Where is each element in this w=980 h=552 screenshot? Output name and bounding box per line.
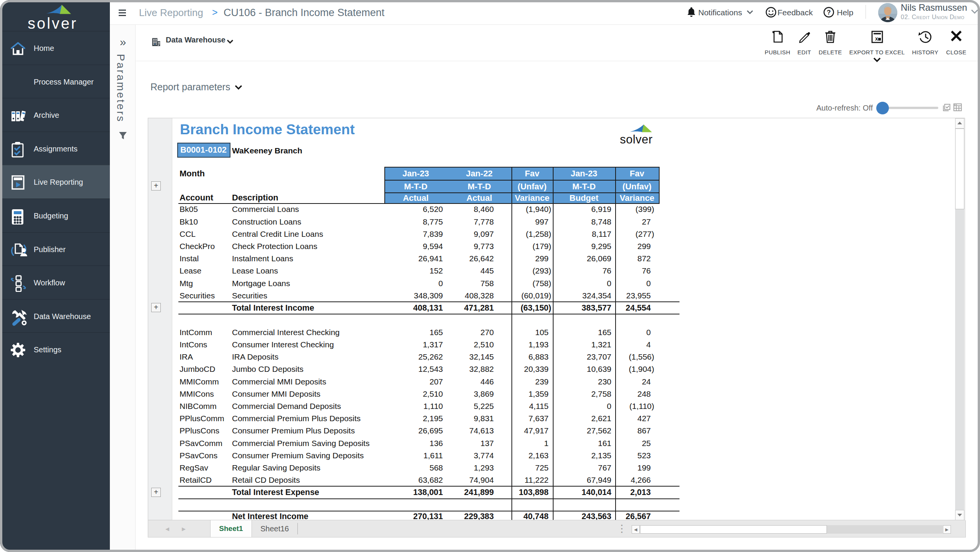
svg-text:x: x: [875, 36, 878, 42]
svg-text:?: ?: [827, 9, 831, 16]
